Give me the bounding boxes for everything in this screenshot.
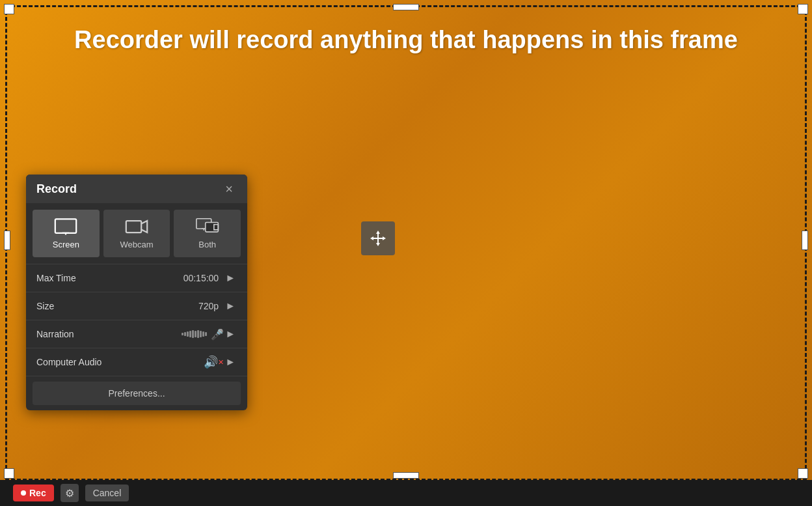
move-cursor-icon[interactable] [361,221,395,255]
move-arrows-icon [368,228,388,249]
max-time-value: 00:15:00 [183,273,219,283]
settings-section: Max Time 00:15:00 ► Size 720p ► Narratio… [26,264,247,376]
max-time-label: Max Time [36,273,183,283]
edge-handle-right[interactable] [802,231,808,250]
microphone-icon: 🎤 [211,328,224,341]
bottom-toolbar: Rec ⚙ Cancel [0,480,812,506]
size-row: Size 720p ► [26,292,247,320]
both-label: Both [198,240,216,249]
preferences-row: Preferences... [26,376,247,410]
both-icon [196,218,219,236]
bar9 [202,331,204,337]
rec-dot [21,490,26,496]
cancel-button[interactable]: Cancel [85,485,129,501]
narration-expand-button[interactable]: ► [224,327,237,341]
computer-audio-row: Computer Audio 🔊 ✕ ► [26,348,247,376]
bar8 [200,331,202,337]
rec-button[interactable]: Rec [13,485,54,501]
narration-control: 🎤 [182,328,224,341]
mute-icon: ✕ [218,358,224,367]
corner-handle-tl[interactable] [4,4,14,14]
webcam-icon [125,218,148,236]
screen-label: Screen [53,240,79,249]
rec-label: Rec [29,488,46,498]
edge-handle-left[interactable] [4,231,10,250]
narration-slider[interactable] [182,330,207,338]
max-time-row: Max Time 00:15:00 ► [26,264,247,292]
close-button[interactable]: × [221,181,237,197]
computer-audio-label: Computer Audio [36,357,204,367]
size-expand-button[interactable]: ► [224,299,237,313]
screen-icon [54,218,77,236]
bar5 [192,330,194,338]
bar4 [189,331,191,337]
edge-handle-bottom[interactable] [393,472,419,479]
frame-message: Recorder will record anything that happe… [0,26,812,54]
size-label: Size [36,301,198,311]
source-screen-button[interactable]: Screen [33,210,100,257]
max-time-expand-button[interactable]: ► [224,271,237,285]
audio-expand-button[interactable]: ► [224,355,237,369]
narration-row: Narration 🎤 ► [26,320,247,348]
source-row: Screen Webcam Both [26,203,247,264]
audio-control: 🔊 ✕ [204,355,224,369]
bar10 [205,332,207,336]
record-panel: Record × Screen Webcam [26,175,247,410]
svg-rect-3 [126,221,141,232]
settings-gear-button[interactable]: ⚙ [61,484,79,502]
edge-handle-top[interactable] [393,4,419,10]
speaker-icon: 🔊 [204,355,218,369]
panel-title: Record [36,182,77,196]
svg-rect-0 [55,219,76,233]
narration-label: Narration [36,329,182,339]
svg-rect-7 [205,222,218,232]
source-both-button[interactable]: Both [174,210,241,257]
bar2 [184,332,186,336]
webcam-label: Webcam [120,240,153,249]
source-webcam-button[interactable]: Webcam [103,210,170,257]
bar3 [187,331,189,337]
preferences-button[interactable]: Preferences... [33,382,241,405]
gear-icon: ⚙ [65,487,74,499]
panel-header: Record × [26,175,247,203]
corner-handle-tr[interactable] [798,4,808,14]
corner-handle-br[interactable] [798,468,808,479]
bar7 [197,330,199,338]
corner-handle-bl[interactable] [4,468,14,479]
size-value: 720p [198,301,219,311]
bar1 [182,333,183,335]
bar6 [195,331,196,337]
